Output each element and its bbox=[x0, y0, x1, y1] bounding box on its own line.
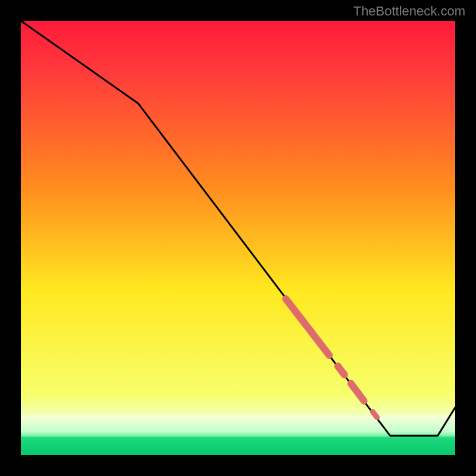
highlight-segment bbox=[372, 412, 377, 417]
chart-background bbox=[21, 21, 455, 455]
watermark-text: TheBottleneck.com bbox=[353, 4, 465, 19]
chart-svg bbox=[21, 21, 455, 455]
